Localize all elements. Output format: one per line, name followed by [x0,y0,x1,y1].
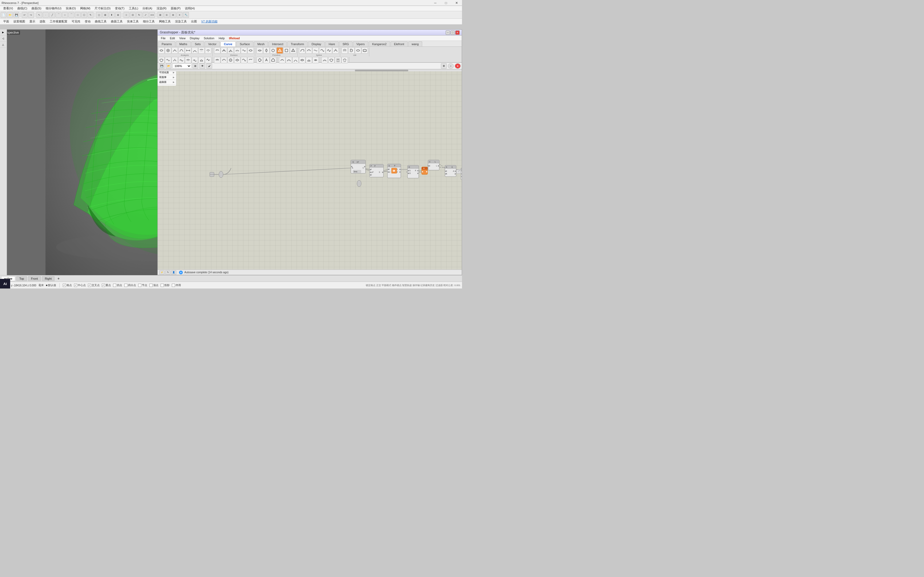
gh-icon-r2a6[interactable] [192,57,198,63]
menu-mesh[interactable]: 网格(M) [78,6,93,11]
gh-icon-r2s4[interactable] [299,57,305,63]
gh-view-paint[interactable]: 🖌 [206,63,212,69]
tb-save[interactable]: 💾 [13,12,19,18]
gh-icon-pullback[interactable] [205,47,211,54]
vp-tab-top[interactable]: Top [16,276,27,281]
st-flat[interactable]: 平面 [1,19,11,24]
st-v7-new[interactable]: V7 的新功能 [199,19,219,24]
gh-icon-project[interactable] [198,47,205,54]
gh-icon-r2s3[interactable] [292,57,299,63]
vp-tab-add[interactable]: ＋ [56,276,60,281]
gh-icon-ccx[interactable] [158,47,164,54]
menu-panel[interactable]: 面板(P) [169,6,183,11]
gh-icon-r2s6[interactable] [312,57,319,63]
st-select[interactable]: 选取 [37,19,48,24]
tab-maths[interactable]: Maths [176,41,191,47]
cb-grid[interactable] [63,284,66,287]
tb-point[interactable]: · [43,12,48,18]
gh-icon-r2u3[interactable] [335,57,341,63]
st-mesh-tools[interactable]: 网格工具 [157,19,173,24]
gh-view-save[interactable]: 💾 [159,63,164,69]
menu-analyze[interactable]: 分析(A) [140,6,155,11]
gh-icon-prim1[interactable] [256,47,263,54]
gh-icon-r2u2[interactable] [328,57,335,63]
gh-icon-r2a5[interactable] [185,57,191,63]
tab-srg[interactable]: SRG [339,41,352,47]
gh-icon-r2d5[interactable] [241,57,247,63]
tb-mirror[interactable]: ⟺ [149,12,155,18]
gh-icon-r2p1[interactable] [256,57,263,63]
gh-menu-edit[interactable]: Edit [168,36,177,40]
gh-icon-util1[interactable] [342,47,348,54]
gh-icon-r2s5[interactable] [306,57,312,63]
gh-icon-r2s2[interactable] [285,57,292,63]
tb-redo[interactable]: ↪ [28,12,34,18]
gh-icon-util3[interactable] [355,47,361,54]
tb-polygon[interactable]: ⬡ [81,12,87,18]
tb-arc[interactable]: ⌒ [68,12,74,18]
tab-mesh[interactable]: Mesh [254,41,268,47]
gh-icon-r2p2[interactable] [263,57,269,63]
gh-icon-eval[interactable] [171,47,178,54]
gh-view-open[interactable]: 📂 [166,63,171,69]
gh-icon-spl4[interactable] [319,47,326,54]
tb-line[interactable]: ╱ [49,12,55,18]
st-solid-tools[interactable]: 实体工具 [125,19,141,24]
minimize-button[interactable]: ─ [430,0,440,6]
gh-close-btn[interactable]: ✕ [455,31,460,35]
tb-new[interactable]: 📄 [0,12,6,18]
tb-surface[interactable]: ◻ [96,12,102,18]
tb-properties[interactable]: 🔧 [183,12,189,18]
menu-dim[interactable]: 尺寸标注(D) [92,6,113,11]
gh-icon-r2s1[interactable] [279,57,285,63]
gh-minimize-btn[interactable]: ─ [446,31,450,35]
vp-tab-front[interactable]: Front [28,276,41,281]
menu-render[interactable]: 渲染(R) [155,6,169,11]
gh-icon-r2a3[interactable] [171,57,178,63]
gh-icon-prim6[interactable] [290,47,296,54]
tb-polyline[interactable]: ⌒ [56,12,61,18]
gh-menu-reload[interactable]: tReload [227,36,242,40]
cb-project[interactable] [161,284,164,287]
st-viewport-config[interactable]: 工作视窗配置 [48,19,69,24]
tab-transform[interactable]: Transform [287,41,308,47]
st-set-view[interactable]: 设置视图 [11,19,27,24]
gh-icon-spl6[interactable] [332,47,339,54]
st-subd-tools[interactable]: 细分工具 [141,19,157,24]
lp-btn-1[interactable]: ▶ [0,29,6,35]
lp-btn-3[interactable]: △ [0,42,6,48]
gh-icon-div3[interactable] [227,47,234,54]
menu-surface[interactable]: 曲面(S) [29,6,44,11]
grasshopper-canvas[interactable]: 可优化面 ▶ 双面厚 ▶ 超曲面 ▶ [158,69,462,269]
gh-menu-display[interactable]: Display [187,36,202,40]
gh-icon-r2d1[interactable] [214,57,221,63]
tb-extrude[interactable]: ⬆ [109,12,114,18]
st-transform[interactable]: 变动 [82,19,93,24]
gh-icon-div4[interactable] [234,47,240,54]
cb-quad[interactable] [124,284,127,287]
gh-view-circle-1[interactable]: ○ [448,63,454,69]
gh-icon-div6[interactable] [247,47,254,54]
tab-curve[interactable]: Curve [221,41,236,47]
gh-icon-len[interactable] [185,47,191,54]
gh-icon-cp[interactable] [165,47,171,54]
lp-btn-2[interactable]: ◁ [0,35,6,42]
tab-sets[interactable]: Sets [191,41,204,47]
gh-icon-prim2[interactable] [263,47,269,54]
tb-snap-near[interactable]: ⊛ [170,12,176,18]
cb-center[interactable] [74,284,77,287]
tab-surface[interactable]: Surface [236,41,253,47]
menu-transform[interactable]: 变动(T) [113,6,127,11]
gh-scrollbar-thumb[interactable] [355,70,408,71]
gh-icon-div5[interactable] [241,47,247,54]
gh-menu-view[interactable]: View [177,36,188,40]
tb-snap-end[interactable]: ⊙ [164,12,170,18]
menu-file[interactable]: 查看(V) [1,6,15,11]
tb-loft[interactable]: ⊞ [102,12,108,18]
menu-solid[interactable]: 实体(O) [64,6,78,11]
tb-copy[interactable]: ⊡ [130,12,136,18]
tb-snap-grid[interactable]: ⊞ [157,12,163,18]
gh-view-fit[interactable]: ⊞ [192,63,198,69]
gh-icon-r2a2[interactable] [165,57,171,63]
gh-icon-prim3[interactable] [270,47,276,54]
